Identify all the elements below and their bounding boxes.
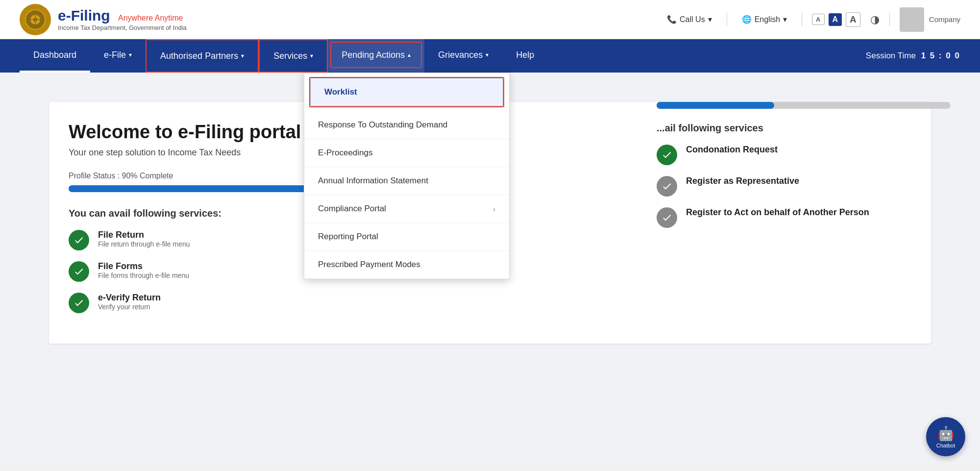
checkmark-icon-5 (662, 181, 672, 192)
session-label: Session Time (866, 51, 916, 60)
language-button[interactable]: 🌐 English ▾ (737, 12, 792, 27)
file-forms-icon (69, 261, 89, 282)
divider-1 (727, 13, 727, 26)
ashoka-emblem-icon (24, 9, 46, 30)
nav-dashboard[interactable]: Dashboard (20, 39, 90, 73)
nav-services-label: Services (273, 51, 307, 61)
call-us-arrow: ▾ (708, 15, 712, 24)
nav-authorised-partners[interactable]: Authorised Partners ▾ (146, 39, 259, 73)
everify-name: e-Verify Return (98, 293, 161, 303)
nav-dashboard-label: Dashboard (33, 50, 76, 60)
phone-icon: 📞 (667, 15, 677, 24)
pending-actions-arrow-icon: ▴ (408, 51, 411, 58)
register-behalf-icon (657, 207, 677, 228)
file-forms-text: File Forms File forms through e-file men… (98, 261, 189, 279)
compliance-portal-chevron-icon: › (493, 205, 495, 213)
register-representative-text: Register as Representative (686, 176, 799, 186)
contrast-button[interactable]: ◑ (870, 13, 880, 26)
logo-tagline: Anywhere Anytime (118, 14, 183, 22)
session-value: 1 5 : 0 0 (921, 51, 960, 60)
checkmark-icon-6 (662, 212, 672, 223)
logo-emblem (20, 4, 51, 35)
chatbot-icon: 🤖 (937, 425, 955, 442)
worklist-highlight-box: Worklist (309, 77, 504, 107)
dropdown-item-prescribed-payment[interactable]: Prescribed Payment Modes (304, 251, 509, 279)
checkmark-icon (74, 235, 84, 246)
nav-services[interactable]: Services ▾ (259, 39, 328, 73)
logo-area: e-Filing Anywhere Anytime Income Tax Dep… (20, 4, 187, 35)
checkmark-icon-3 (74, 297, 84, 308)
file-return-desc: File return through e-file menu (98, 240, 190, 248)
nav-items: Dashboard e-File ▾ Authorised Partners ▾… (20, 39, 548, 73)
efile-arrow-icon: ▾ (129, 51, 132, 58)
user-type-label: Company (929, 15, 960, 24)
dropdown-item-outstanding-demand[interactable]: Response To Outstanding Demand (304, 111, 509, 139)
services-arrow-icon: ▾ (310, 52, 313, 59)
nav-efile[interactable]: e-File ▾ (90, 39, 146, 73)
nav-grievances-label: Grievances (438, 50, 483, 60)
service-item-condonation: Condonation Request (657, 145, 951, 165)
file-return-text: File Return File return through e-file m… (98, 230, 190, 248)
dropdown-item-compliance-portal[interactable]: Compliance Portal › (304, 195, 509, 223)
outstanding-demand-label: Response To Outstanding Demand (318, 120, 447, 130)
font-large-button[interactable]: A (846, 12, 860, 27)
nav-bar: Dashboard e-File ▾ Authorised Partners ▾… (0, 39, 980, 73)
top-actions: 📞 Call Us ▾ 🌐 English ▾ A A A ◑ Company (662, 7, 960, 32)
dropdown-item-eproceedings[interactable]: E-Proceedings (304, 139, 509, 167)
logo-text: e-Filing Anywhere Anytime Income Tax Dep… (58, 7, 187, 31)
top-bar: e-Filing Anywhere Anytime Income Tax Dep… (0, 0, 980, 39)
checkmark-icon-2 (74, 266, 84, 277)
file-return-name: File Return (98, 230, 190, 240)
nav-help[interactable]: Help (502, 39, 548, 73)
globe-icon: 🌐 (742, 15, 752, 24)
everify-desc: Verify your return (98, 303, 161, 311)
pending-actions-dropdown: Worklist Response To Outstanding Demand … (304, 73, 510, 279)
nav-pending-actions[interactable]: Pending Actions ▴ (328, 39, 424, 73)
nav-bar-wrapper: Dashboard e-File ▾ Authorised Partners ▾… (0, 39, 980, 73)
chatbot-button[interactable]: 🤖 Chatbot (926, 417, 965, 456)
condonation-name: Condonation Request (686, 145, 778, 155)
session-time: Session Time 1 5 : 0 0 (866, 51, 960, 61)
dropdown-item-reporting-portal[interactable]: Reporting Portal (304, 223, 509, 251)
call-us-button[interactable]: 📞 Call Us ▾ (662, 12, 717, 27)
service-item-everify: e-Verify Return Verify your return (69, 293, 412, 313)
language-label: English (755, 15, 780, 24)
prescribed-payment-label: Prescribed Payment Modes (318, 260, 420, 270)
file-forms-name: File Forms (98, 261, 189, 272)
nav-grievances[interactable]: Grievances ▾ (424, 39, 502, 73)
font-normal-button[interactable]: A (829, 13, 842, 26)
everify-text: e-Verify Return Verify your return (98, 293, 161, 311)
divider-3 (889, 13, 890, 26)
file-forms-desc: File forms through e-file menu (98, 272, 189, 279)
compliance-portal-label: Compliance Portal (318, 204, 386, 214)
everify-icon (69, 293, 89, 313)
nav-authorised-partners-label: Authorised Partners (160, 51, 238, 61)
font-small-button[interactable]: A (812, 14, 824, 25)
checkmark-icon-4 (662, 149, 672, 160)
register-representative-name: Register as Representative (686, 176, 799, 186)
annual-info-label: Annual Information Statement (318, 176, 428, 186)
logo-efiling: e-Filing (58, 7, 110, 24)
font-controls: A A A (812, 12, 860, 27)
nav-pending-actions-label: Pending Actions (342, 50, 405, 60)
right-services-title: ...ail following services (657, 123, 951, 134)
call-us-label: Call Us (680, 15, 705, 24)
file-return-icon (69, 230, 89, 250)
authorised-partners-arrow-icon: ▾ (241, 52, 244, 59)
right-section: ...ail following services Condonation Re… (657, 102, 951, 239)
condonation-text: Condonation Request (686, 145, 778, 155)
user-avatar (900, 7, 924, 32)
right-progress-bar-fill (657, 102, 774, 109)
dropdown-item-worklist[interactable]: Worklist (310, 78, 503, 106)
service-item-register-behalf: Register to Act on behalf of Another Per… (657, 207, 951, 228)
service-item-register-representative: Register as Representative (657, 176, 951, 197)
register-behalf-name: Register to Act on behalf of Another Per… (686, 207, 869, 218)
logo-title: e-Filing Anywhere Anytime (58, 7, 187, 24)
eproceedings-label: E-Proceedings (318, 148, 373, 158)
dropdown-item-annual-info[interactable]: Annual Information Statement (304, 167, 509, 195)
worklist-label: Worklist (324, 87, 357, 97)
logo-subtitle: Income Tax Department, Government of Ind… (58, 24, 187, 31)
grievances-arrow-icon: ▾ (486, 51, 489, 58)
right-progress-bar-bg (657, 102, 951, 109)
reporting-portal-label: Reporting Portal (318, 232, 378, 242)
